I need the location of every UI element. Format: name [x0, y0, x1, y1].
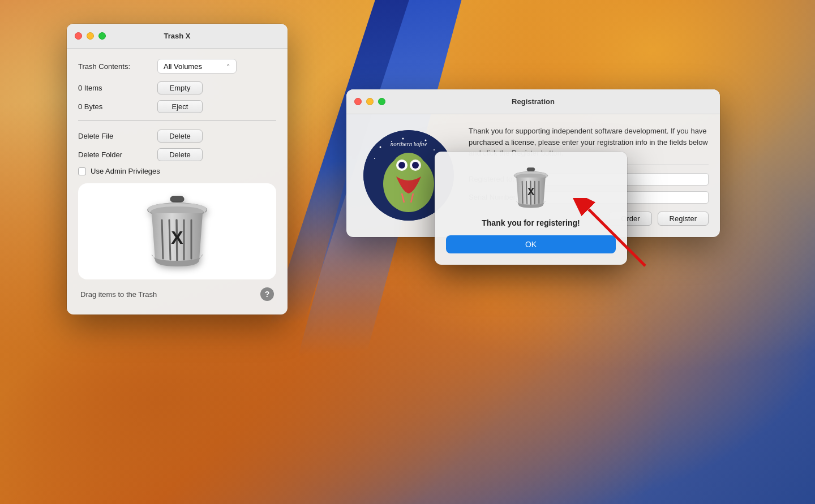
thankyou-dialog: X Thank you for registering! OK: [435, 152, 627, 265]
svg-point-15: [374, 158, 375, 159]
window-controls: [75, 32, 106, 40]
trash-x-window: Trash X Trash Contents: All Volumes ⌃ 0 …: [67, 24, 288, 315]
trash-window-content: Trash Contents: All Volumes ⌃ 0 Items Em…: [67, 49, 288, 315]
svg-point-9: [380, 147, 381, 148]
help-button[interactable]: ?: [260, 287, 274, 301]
bytes-label: 0 Bytes: [78, 102, 157, 111]
svg-point-22: [412, 162, 419, 169]
svg-point-18: [392, 153, 426, 184]
reg-titlebar: Registration: [346, 89, 720, 114]
svg-line-2: [162, 220, 163, 259]
svg-text:X: X: [527, 186, 535, 197]
dialog-trash-icon: X: [508, 165, 554, 210]
delete-file-button[interactable]: Delete: [157, 130, 203, 143]
divider: [78, 120, 276, 120]
svg-line-3: [169, 220, 170, 260]
drag-text: Drag items to the Trash: [80, 290, 157, 299]
trash-window-titlebar: Trash X: [67, 24, 288, 49]
maximize-button[interactable]: [98, 32, 106, 40]
chevron-down-icon: ⌃: [226, 63, 230, 70]
items-row: 0 Items Empty: [78, 81, 276, 94]
svg-line-25: [522, 182, 523, 204]
reg-minimize-button[interactable]: [366, 98, 374, 105]
thankyou-message: Thank you for registering!: [482, 218, 580, 227]
bottom-bar: Drag items to the Trash ?: [78, 287, 276, 303]
register-button[interactable]: Register: [658, 212, 709, 226]
svg-point-11: [402, 138, 404, 140]
svg-text:northern softw: northern softw: [391, 140, 427, 147]
svg-point-14: [434, 149, 435, 150]
delete-folder-label: Delete Folder: [78, 150, 157, 159]
svg-line-26: [526, 182, 527, 204]
reg-window-controls: [354, 98, 385, 105]
minimize-button[interactable]: [87, 32, 94, 40]
ok-button[interactable]: OK: [446, 235, 616, 253]
bytes-row: 0 Bytes Eject: [78, 100, 276, 113]
reg-close-button[interactable]: [354, 98, 362, 105]
trash-contents-row: Trash Contents: All Volumes ⌃: [78, 59, 276, 74]
admin-row: Use Admin Privileges: [78, 167, 276, 175]
delete-file-label: Delete File: [78, 132, 157, 140]
admin-checkbox[interactable]: [78, 167, 86, 175]
delete-file-row: Delete File Delete: [78, 130, 276, 143]
close-button[interactable]: [75, 32, 82, 40]
svg-rect-0: [170, 196, 184, 202]
admin-label: Use Admin Privileges: [91, 167, 160, 175]
trash-x-icon: X: [140, 192, 214, 271]
svg-text:X: X: [171, 227, 183, 248]
reg-maximize-button[interactable]: [378, 98, 385, 105]
trash-window-title: Trash X: [164, 32, 191, 40]
volume-option-text: All Volumes: [164, 62, 202, 71]
svg-point-21: [398, 162, 405, 169]
svg-rect-23: [527, 168, 535, 171]
items-label: 0 Items: [78, 84, 157, 92]
trash-contents-label: Trash Contents:: [78, 62, 157, 71]
empty-button[interactable]: Empty: [157, 81, 203, 94]
delete-folder-row: Delete Folder Delete: [78, 148, 276, 161]
delete-folder-button[interactable]: Delete: [157, 148, 203, 161]
trash-icon-area: X: [78, 183, 276, 279]
eject-button[interactable]: Eject: [157, 100, 203, 113]
volume-dropdown[interactable]: All Volumes ⌃: [157, 59, 237, 74]
registration-title: Registration: [512, 97, 555, 106]
